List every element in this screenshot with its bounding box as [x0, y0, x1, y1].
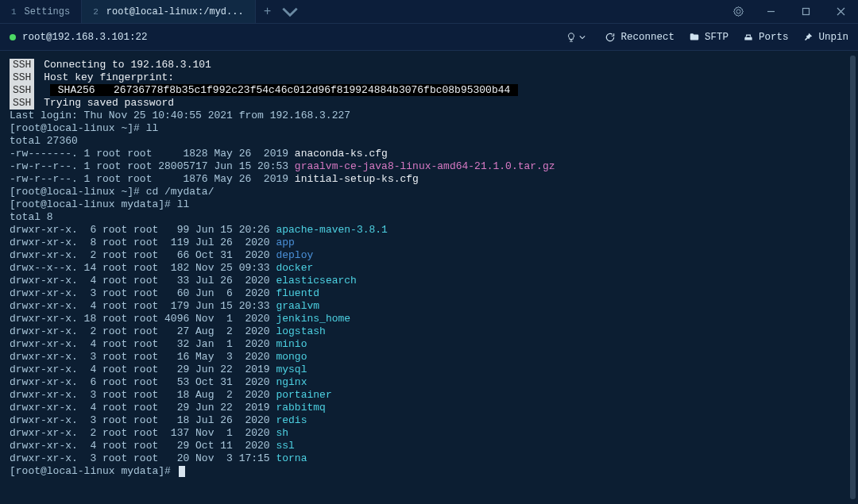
lightbulb-icon — [566, 32, 577, 43]
ports-icon — [743, 32, 754, 43]
sftp-button[interactable]: SFTP — [689, 32, 729, 43]
sftp-label: SFTP — [705, 32, 729, 43]
ports-button[interactable]: Ports — [743, 32, 789, 43]
tab-settings[interactable]: 1 Settings — [0, 0, 82, 23]
unpin-label: Unpin — [818, 32, 848, 43]
tab-strip: 1 Settings 2 root@local-linux:/myd... + — [0, 0, 723, 23]
tab-terminal[interactable]: 2 root@local-linux:/myd... — [82, 0, 255, 23]
maximize-icon — [802, 7, 810, 16]
folder-icon — [689, 32, 700, 43]
minimize-icon — [767, 7, 775, 16]
close-icon — [837, 7, 845, 16]
caret-down-icon — [579, 34, 586, 40]
pin-icon — [802, 32, 814, 43]
tabs-dropdown-button[interactable] — [280, 0, 300, 23]
reconnect-label: Reconnect — [620, 32, 674, 43]
tab-index: 1 — [11, 7, 17, 17]
scrollbar[interactable] — [850, 56, 856, 499]
scrollbar-thumb[interactable] — [850, 56, 856, 499]
titlebar: 1 Settings 2 root@local-linux:/myd... + — [0, 0, 858, 24]
chevron-down-icon — [280, 2, 300, 22]
connection-label: root@192.168.3.101:22 — [22, 32, 148, 43]
toolbar: root@192.168.3.101:22 Reconnect SFTP Por… — [0, 24, 858, 51]
unpin-button[interactable]: Unpin — [802, 32, 848, 43]
hints-button[interactable] — [566, 32, 590, 43]
tab-label: Settings — [25, 6, 71, 17]
cursor — [179, 466, 185, 477]
reconnect-button[interactable]: Reconnect — [605, 32, 674, 43]
terminal[interactable]: SSH Connecting to 192.168.3.101SSH Host … — [0, 51, 858, 504]
gear-icon — [732, 6, 744, 17]
reconnect-icon — [605, 32, 616, 43]
terminal-wrap: SSH Connecting to 192.168.3.101SSH Host … — [0, 51, 858, 504]
status-dot-icon — [10, 34, 16, 40]
svg-rect-0 — [802, 9, 809, 15]
tab-label: root@local-linux:/myd... — [106, 6, 244, 17]
toolbar-actions: Reconnect SFTP Ports Unpin — [566, 32, 848, 43]
close-button[interactable] — [823, 0, 858, 24]
minimize-button[interactable] — [753, 0, 788, 24]
maximize-button[interactable] — [788, 0, 823, 24]
ports-label: Ports — [759, 32, 789, 43]
window-controls — [723, 0, 858, 23]
add-tab-button[interactable]: + — [256, 0, 280, 23]
connection-indicator[interactable]: root@192.168.3.101:22 — [10, 32, 566, 43]
tab-index: 2 — [93, 7, 99, 17]
settings-button[interactable] — [723, 0, 753, 24]
